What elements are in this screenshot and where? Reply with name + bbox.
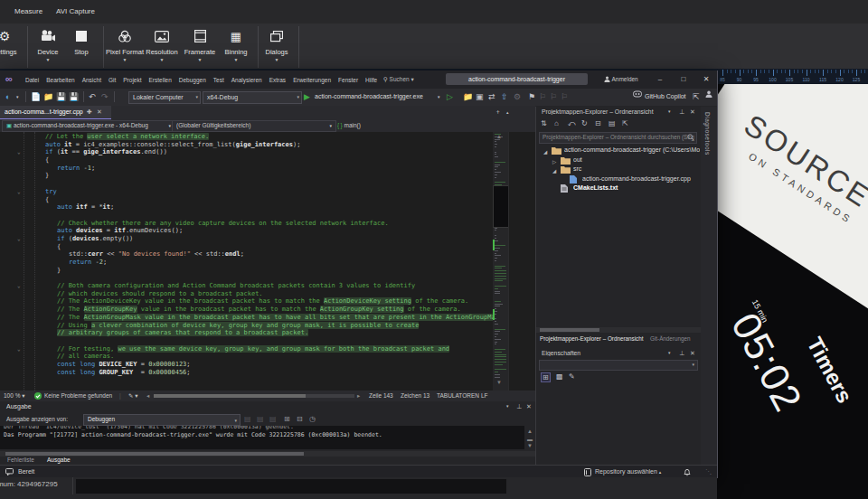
framerate-button[interactable]: Framerate ▼: [181, 27, 219, 61]
upload-icon[interactable]: ⇧: [501, 90, 508, 104]
preview-selected-icon[interactable]: ⇱: [622, 119, 628, 127]
properties-icon[interactable]: ▤: [609, 119, 616, 127]
bell-icon[interactable]: [684, 468, 691, 476]
code-line[interactable]: [0, 384, 493, 391]
save-icon[interactable]: 💾: [56, 90, 66, 104]
select-repository-button[interactable]: Repository auswählen ▴: [595, 468, 661, 475]
edit-mode-icon[interactable]: ✎ ▾: [128, 392, 138, 400]
word-wrap-icon[interactable]: ⊞: [284, 415, 290, 423]
code-line[interactable]: [0, 180, 493, 188]
code-line[interactable]: [0, 337, 493, 345]
pin-icon[interactable]: ⊥: [516, 403, 522, 410]
code-line[interactable]: // Check whether there are any video cap…: [0, 220, 493, 228]
code-line[interactable]: // Using a clever combination of device …: [0, 322, 493, 330]
menu-item[interactable]: Analysieren: [228, 77, 266, 83]
scroll-left-icon[interactable]: ◂: [146, 392, 149, 400]
properties-object-dropdown[interactable]: ▾: [539, 360, 698, 371]
output-source-dropdown[interactable]: Debuggen▾: [83, 414, 241, 426]
new-tab-icon[interactable]: ＋: [495, 106, 501, 118]
property-pages-icon[interactable]: ✎: [569, 372, 575, 381]
scrollbar-thumb[interactable]: ▬: [527, 437, 533, 442]
code-line[interactable]: }: [0, 267, 493, 275]
menu-item[interactable]: Debuggen: [175, 77, 210, 83]
configuration-dropdown[interactable]: x64-Debug▾: [203, 91, 302, 104]
pin-icon[interactable]: ⊥: [679, 350, 684, 357]
close-icon[interactable]: ✕: [690, 108, 695, 116]
fold-collapse-icon[interactable]: ⌄: [17, 188, 21, 196]
refresh-icon[interactable]: ↻: [581, 119, 588, 127]
code-line[interactable]: return -1;: [0, 165, 493, 173]
output-text-area[interactable]: Der Thread 'IC4/device_lost' (17304) hat…: [0, 426, 524, 449]
scroll-up-icon[interactable]: ▲: [527, 428, 533, 434]
share-icon[interactable]: ⇱: [693, 90, 700, 104]
code-line[interactable]: ⌄if (devices.empty()): [0, 235, 493, 243]
code-line[interactable]: auto it = ic4_examples::console::select_…: [0, 141, 493, 149]
tab-diagnosetools[interactable]: Diagnosetools: [704, 112, 711, 155]
bookmark-clear-icon[interactable]: ⚐: [561, 90, 568, 104]
open-folder-icon[interactable]: 📁: [43, 90, 53, 104]
find-icon[interactable]: ▤: [244, 415, 251, 423]
tree-item[interactable]: action-command-broadcast-trigger.cpp: [536, 174, 702, 184]
zoom-level-dropdown[interactable]: 100 % ▾: [4, 392, 25, 400]
autoscroll-icon[interactable]: ◷: [309, 415, 316, 423]
resolution-button[interactable]: Resolution ▼: [143, 27, 181, 61]
vertical-scrollbar[interactable]: [508, 132, 535, 391]
type-scope-dropdown[interactable]: (Globaler Gültigkeitsbereich) ▾: [172, 120, 336, 132]
bookmark-next-icon[interactable]: ⚐: [550, 90, 557, 104]
tool-icon[interactable]: ⚙: [514, 90, 521, 104]
code-line[interactable]: {: [0, 156, 493, 165]
document-tab[interactable]: action-comma...t-trigger.cpp ✚ ✕: [0, 106, 111, 119]
code-line[interactable]: return -2;: [0, 259, 493, 267]
collapse-all-icon[interactable]: ⊟: [595, 119, 601, 127]
code-line[interactable]: // The ActionDeviceKey value in the broa…: [0, 297, 493, 306]
monitor-icon[interactable]: ▣: [476, 90, 484, 104]
tab-avi-capture[interactable]: AVI Capture: [56, 7, 95, 15]
code-line[interactable]: ⌄// For testing, we use the same device …: [0, 345, 493, 353]
pending-changes-icon[interactable]: ⤺: [568, 119, 576, 128]
minimap[interactable]: ▲ ▼: [493, 132, 508, 391]
fold-collapse-icon[interactable]: ⌄: [17, 148, 21, 156]
device-button[interactable]: Device ▼: [33, 27, 63, 61]
pin-icon[interactable]: ⊥: [679, 108, 684, 116]
switch-views-icon[interactable]: ⇅: [541, 119, 547, 127]
code-editor[interactable]: // Let the user select a network interfa…: [0, 132, 535, 391]
chevron-down-icon[interactable]: ▾: [506, 403, 509, 409]
code-line[interactable]: const long GROUP_KEY = 0x00000456;: [0, 369, 493, 377]
swap-icon[interactable]: ⇄: [488, 90, 495, 104]
tree-item[interactable]: ▷out: [536, 155, 702, 165]
chevron-down-icon[interactable]: ▾: [438, 90, 440, 104]
code-line[interactable]: [0, 376, 493, 384]
find-prev-icon[interactable]: ▤: [269, 415, 277, 423]
pin-icon[interactable]: ✚: [87, 106, 92, 118]
close-tab-icon[interactable]: ✕: [97, 106, 102, 118]
new-file-icon[interactable]: 📄: [31, 90, 41, 104]
scroll-right-icon[interactable]: ▸: [357, 392, 360, 400]
maximize-button[interactable]: □: [673, 71, 694, 89]
undo-icon[interactable]: ↶: [89, 90, 96, 104]
start-debug-icon[interactable]: ▶: [304, 90, 310, 104]
code-line[interactable]: ⌄// Both camera configuration and Action…: [0, 282, 493, 290]
scroll-down-icon[interactable]: ▼: [496, 380, 502, 385]
menu-item[interactable]: Ansicht: [79, 77, 105, 83]
problems-status[interactable]: Keine Probleme gefunden: [44, 392, 112, 399]
binning-button[interactable]: ▦ Binning ▼: [219, 27, 253, 61]
tab-git-aenderungen[interactable]: Git-Änderungen: [650, 335, 690, 342]
scroll-up-icon[interactable]: ▲: [496, 134, 502, 139]
solution-explorer-search-input[interactable]: Projektmappen-Explorer – Ordneransicht d…: [539, 132, 697, 144]
search-menu[interactable]: ⚲ Suchen ▾: [383, 76, 414, 83]
code-line[interactable]: // arbitrary groups of cameras that resp…: [0, 329, 493, 337]
copilot-label[interactable]: GitHub Copilot: [645, 93, 686, 99]
tab-ordneransicht[interactable]: Projektmappen-Explorer – Ordneransicht: [540, 335, 643, 342]
tree-item[interactable]: ◢src: [536, 165, 702, 174]
cursor-column-indicator[interactable]: Zeichen 13: [401, 392, 429, 399]
horizontal-scrollbar[interactable]: [536, 327, 702, 333]
pixel-format-button[interactable]: Pixel Format ▼: [103, 27, 146, 61]
save-all-icon[interactable]: 💾: [69, 90, 80, 104]
categorized-icon[interactable]: ⊞: [541, 372, 551, 382]
chevron-down-icon[interactable]: ▾: [668, 350, 671, 355]
menu-item[interactable]: Erweiterungen: [289, 77, 335, 83]
project-scope-dropdown[interactable]: ▣ action-command-broadcast-trigger.exe -…: [2, 120, 175, 132]
indentation-indicator[interactable]: TABULATOREN: [437, 392, 479, 399]
scroll-up-icon[interactable]: ▴: [506, 106, 509, 118]
redo-icon[interactable]: ↷: [101, 90, 108, 104]
